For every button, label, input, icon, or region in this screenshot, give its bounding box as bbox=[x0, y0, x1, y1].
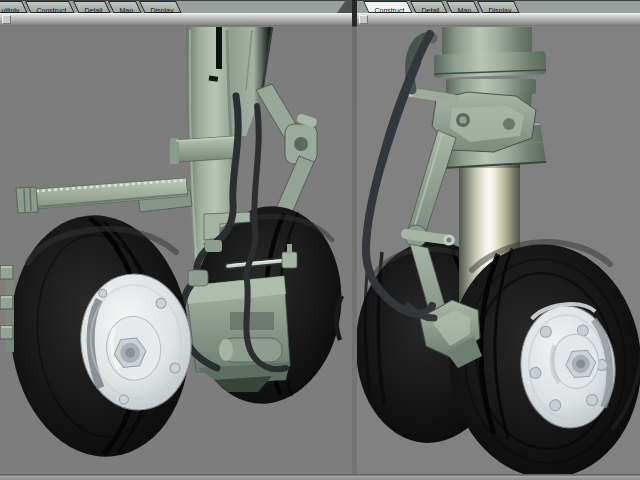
right-3d-canvas[interactable] bbox=[357, 26, 640, 474]
left-tab-strip: ultiply Construct Detail Map Display bbox=[0, 0, 346, 13]
left-edge-bracket bbox=[0, 266, 14, 352]
tab-display-left[interactable]: Display bbox=[139, 1, 182, 13]
right-tab-strip: Construct Detail Map Display bbox=[357, 0, 640, 13]
tab-display-right[interactable]: Display bbox=[477, 1, 520, 13]
left-viewport: ultiply Construct Detail Map Display bbox=[0, 0, 352, 474]
strut-slot bbox=[216, 27, 222, 69]
app-window: ultiply Construct Detail Map Display bbox=[0, 0, 640, 480]
tab-detail-right[interactable]: Detail bbox=[410, 1, 448, 13]
right-tab-row: Construct Detail Map Display bbox=[357, 0, 640, 13]
tab-map-left[interactable]: Map bbox=[108, 1, 141, 13]
tab-construct-right[interactable]: Construct bbox=[363, 1, 413, 13]
hose-clamp bbox=[188, 270, 208, 286]
tab-map-right[interactable]: Map bbox=[446, 1, 479, 13]
left-toolbar-bar bbox=[0, 13, 352, 26]
left-tab-row: ultiply Construct Detail Map Display bbox=[0, 0, 352, 13]
hose-clamp-2 bbox=[205, 240, 222, 252]
window-bottom-edge bbox=[0, 474, 640, 480]
right-viewport: Construct Detail Map Display bbox=[357, 0, 640, 474]
right-toolbar-grip[interactable] bbox=[359, 15, 368, 24]
right-toolbar-bar bbox=[357, 13, 640, 26]
tab-detail-left[interactable]: Detail bbox=[73, 1, 111, 13]
tab-multiply[interactable]: ultiply bbox=[0, 1, 28, 13]
left-3d-canvas[interactable] bbox=[0, 26, 352, 474]
tab-construct-left[interactable]: Construct bbox=[25, 1, 75, 13]
left-toolbar-grip[interactable] bbox=[2, 15, 11, 24]
